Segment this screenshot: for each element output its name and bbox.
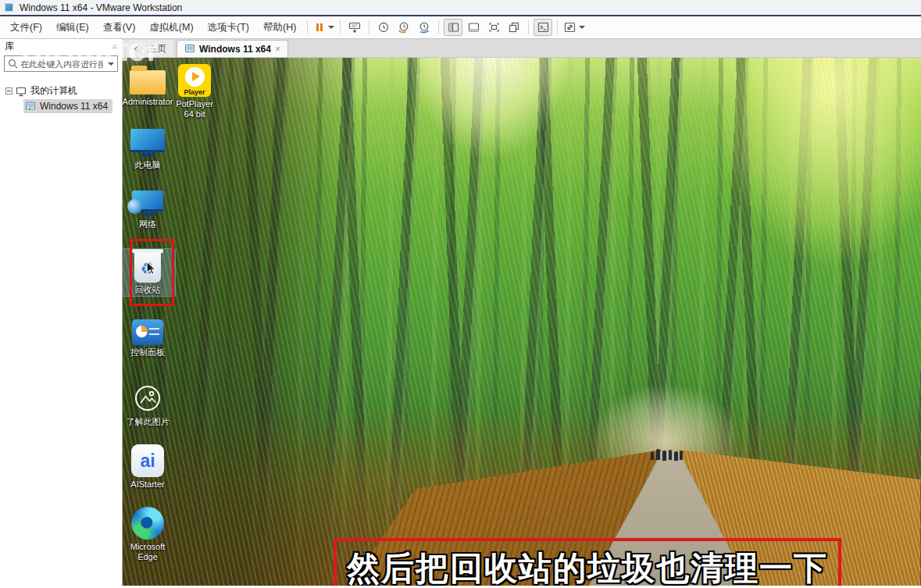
console-view-button[interactable] (505, 19, 523, 36)
desktop-icon-label: 网络 (139, 219, 156, 230)
home-icon (134, 44, 144, 54)
potplayer-badge: Player (178, 88, 211, 96)
library-search-box[interactable] (4, 55, 118, 72)
wallpaper-bank-right (123, 58, 921, 586)
virtual-terminal-button[interactable] (534, 19, 552, 36)
tree-item-windows-11-x64[interactable]: Windows 11 x64 (23, 99, 112, 113)
play-icon (185, 67, 205, 87)
take-snapshot-button[interactable] (374, 19, 393, 36)
titlebar: Windows 11 x64 - VMware Workstation (0, 0, 921, 16)
wallpaper-grass (123, 58, 921, 586)
send-ctrl-alt-del-button[interactable] (345, 19, 364, 36)
toolbar-separator (528, 20, 529, 34)
desktop-icon-label: 了解此图片 (127, 417, 170, 427)
menu-file[interactable]: 文件(F) (3, 21, 49, 34)
menubar: 文件(F) 编辑(E) 查看(V) 虚拟机(M) 选项卡(T) 帮助(H) (0, 16, 921, 39)
desktop-icon-control-panel[interactable]: 控制面板 (124, 319, 171, 358)
library-header: 库 × (0, 39, 122, 54)
picture-circle-icon (131, 382, 164, 415)
desktop-icon-network[interactable]: 网络 (124, 191, 171, 230)
window-title: Windows 11 x64 - VMware Workstation (20, 2, 182, 13)
library-title: 库 (5, 40, 14, 53)
toolbar-separator (438, 20, 439, 34)
pause-vm-button[interactable] (312, 19, 335, 36)
fit-guest-screen-button[interactable] (562, 19, 586, 36)
manage-snapshots-icon (417, 21, 431, 34)
desktop-icon-label: PotPlayer 64 bit (170, 99, 219, 119)
control-panel-icon (132, 319, 163, 345)
tree-collapse-icon[interactable] (5, 87, 12, 94)
menu-tabs[interactable]: 选项卡(T) (201, 21, 256, 34)
toolbar-separator (369, 20, 369, 34)
mouse-cursor (146, 261, 159, 276)
tree-item-label: Windows 11 x64 (40, 101, 108, 112)
revert-snapshot-button[interactable] (394, 19, 413, 36)
desktop-icon-label: Administrator (123, 97, 173, 107)
network-icon (132, 191, 163, 212)
unity-brackets-icon (487, 21, 501, 34)
menu-vm[interactable]: 虚拟机(M) (142, 21, 200, 34)
search-icon (8, 59, 18, 69)
show-library-button[interactable] (444, 19, 462, 36)
content-area: 主页 Windows 11 x64 × (123, 39, 921, 586)
pie-chart-icon (136, 326, 148, 337)
pause-icon (313, 21, 326, 34)
potplayer-icon: Player (178, 64, 211, 97)
cascade-windows-icon (508, 21, 521, 34)
close-icon[interactable]: × (112, 42, 117, 52)
folder-icon (130, 70, 166, 94)
vm-state-icon (25, 101, 37, 112)
desktop-icon-label: 回收站 (135, 285, 161, 295)
desktop-icon-administrator[interactable]: Administrator (124, 64, 171, 107)
tree-item-my-computer[interactable]: 我的计算机 (0, 84, 122, 98)
wallpaper-path (123, 58, 921, 586)
tree-item-label: 我的计算机 (30, 84, 77, 98)
fit-screen-icon (563, 21, 577, 34)
desktop-icon-edge[interactable]: Microsoft Edge (124, 507, 171, 562)
tab-close-icon[interactable]: × (275, 44, 280, 55)
search-input[interactable] (20, 59, 103, 69)
desktop-icon-label: 控制面板 (130, 347, 165, 358)
library-panel-icon (447, 21, 460, 34)
computer-icon (16, 86, 27, 97)
tab-home[interactable]: 主页 (127, 40, 173, 57)
vm-display[interactable]: Administrator Player PotPlayer 64 bit 此电… (123, 58, 921, 586)
send-ctrl-alt-del-icon (348, 21, 362, 34)
toolbar-separator (340, 20, 341, 34)
aistarter-icon: ai (131, 444, 164, 477)
toolbar-separator (557, 20, 558, 34)
toolbar-separator (307, 20, 308, 34)
globe-icon (127, 199, 142, 214)
chevron-down-icon (328, 26, 334, 29)
desktop-icon-label: 此电脑 (135, 160, 161, 170)
edge-icon (131, 507, 164, 540)
revert-snapshot-icon (397, 21, 411, 34)
thumbnail-bar-icon (467, 21, 480, 34)
tab-vm-label: Windows 11 x64 (199, 44, 271, 55)
this-pc-icon (130, 129, 165, 152)
main-area: 库 × 我的计算机 (0, 39, 921, 586)
desktop-icon-label: Microsoft Edge (124, 542, 171, 562)
desktop-icon-potplayer[interactable]: Player PotPlayer 64 bit (170, 64, 219, 119)
tabbar: 主页 Windows 11 x64 × (123, 39, 921, 58)
terminal-icon (537, 21, 550, 34)
menu-edit[interactable]: 编辑(E) (49, 21, 96, 34)
desktop-icon-aistarter[interactable]: ai AIStarter (124, 444, 171, 490)
library-sidebar: 库 × 我的计算机 (0, 39, 123, 586)
snapshot-clock-icon (377, 21, 390, 34)
tab-windows-11-x64[interactable]: Windows 11 x64 × (177, 40, 288, 57)
show-thumbnail-bar-button[interactable] (464, 19, 483, 36)
unity-view-button[interactable] (484, 19, 503, 36)
tree-row-vm: Windows 11 x64 (23, 99, 122, 114)
wallpaper-bank-left (123, 58, 921, 586)
chevron-down-icon (579, 26, 585, 29)
manage-snapshots-button[interactable] (415, 19, 434, 36)
menu-help[interactable]: 帮助(H) (256, 21, 303, 34)
desktop-icon-label: AIStarter (130, 479, 164, 490)
desktop-icon-learn-picture[interactable]: 了解此图片 (124, 382, 171, 427)
vmware-logo-icon (4, 2, 14, 12)
chevron-down-icon (108, 62, 114, 66)
vm-tab-icon (184, 44, 195, 54)
desktop-icon-this-pc[interactable]: 此电脑 (124, 129, 171, 170)
menu-view[interactable]: 查看(V) (96, 21, 143, 34)
